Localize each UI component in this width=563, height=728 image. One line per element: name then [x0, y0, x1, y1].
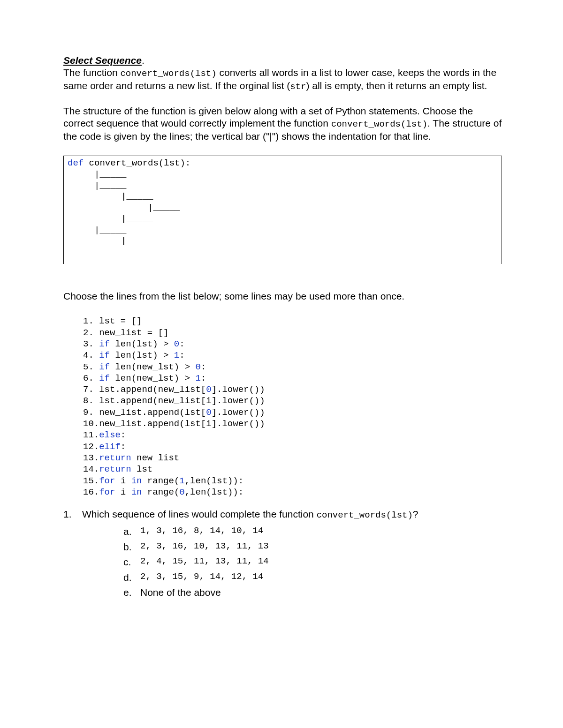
intro-paragraph-1: The function convert_words(lst) converts…	[63, 67, 502, 93]
answer-choices: a.1, 3, 16, 8, 14, 10, 14b.2, 3, 16, 10,…	[123, 524, 502, 600]
intro-paragraph-2: The structure of the function is given b…	[63, 105, 502, 143]
section-heading-para: Select Sequence.	[63, 54, 502, 67]
answer-choice: d.2, 3, 15, 9, 14, 12, 14	[123, 570, 502, 585]
statement-item: 10.new_list.append(lst[i].lower())	[83, 418, 502, 429]
heading-period: .	[142, 55, 145, 66]
statement-item: 16.for i in range(0,len(lst)):	[83, 487, 502, 498]
answer-text: 1, 3, 16, 8, 14, 10, 14	[140, 524, 263, 540]
statement-item: 9. new_list.append(lst[0].lower())	[83, 407, 502, 418]
answer-text: 2, 3, 16, 10, 13, 11, 13	[140, 540, 269, 555]
structure-line: |_____	[68, 169, 126, 180]
document-page: Select Sequence. The function convert_wo…	[0, 0, 563, 728]
statement-item: 4. if len(lst) > 1:	[83, 350, 502, 361]
question-code: convert_words(lst)	[317, 510, 413, 520]
structure-line: |_____	[68, 191, 153, 202]
structure-line: |_____	[68, 214, 153, 224]
function-structure-box: def convert_words(lst): |_____ |_____ |_…	[63, 156, 502, 264]
intro-1-code-b: str	[290, 82, 306, 92]
answer-text: 2, 4, 15, 11, 13, 11, 14	[140, 555, 269, 570]
statement-item: 8. lst.append(new_list[i].lower())	[83, 395, 502, 406]
answer-letter: c.	[123, 555, 140, 570]
answer-choice: b.2, 3, 16, 10, 13, 11, 13	[123, 540, 502, 555]
answer-letter: a.	[123, 524, 140, 540]
answer-choice: c.2, 4, 15, 11, 13, 11, 14	[123, 555, 502, 570]
statement-item: 14.return lst	[83, 464, 502, 475]
statement-item: 3. if len(lst) > 0:	[83, 338, 502, 350]
statement-item: 7. lst.append(new_list[0].lower())	[83, 384, 502, 395]
statement-item: 13.return new_list	[83, 452, 502, 464]
intro-1-text-a: The function	[63, 67, 120, 78]
answer-letter: b.	[123, 540, 140, 555]
statement-item: 2. new_list = []	[83, 327, 502, 338]
answer-text: 2, 3, 15, 9, 14, 12, 14	[140, 570, 263, 585]
statement-item: 5. if len(new_lst) > 0:	[83, 361, 502, 373]
section-heading: Select Sequence	[63, 55, 142, 66]
statement-item: 1. lst = []	[83, 315, 502, 327]
answer-choice: e.None of the above	[123, 585, 502, 600]
intro-1-code-a: convert_words(lst)	[120, 68, 216, 79]
question-text-post: ?	[413, 509, 418, 519]
choose-lines-prompt: Choose the lines from the list below; so…	[63, 290, 502, 302]
structure-line: |_____	[68, 236, 153, 246]
code-keyword-def: def	[68, 158, 84, 168]
answer-letter: d.	[123, 570, 140, 585]
structure-line: |_____	[68, 203, 180, 213]
statement-item: 6. if len(new_lst) > 1:	[83, 373, 502, 384]
code-signature: convert_words(lst):	[84, 158, 190, 168]
statement-item: 15.for i in range(1,len(lst)):	[83, 475, 502, 487]
intro-2-code-a: convert_words(lst)	[331, 119, 427, 129]
structure-line: |_____	[68, 180, 126, 191]
question-text-pre: Which sequence of lines would complete t…	[82, 509, 317, 519]
structure-line: |_____	[68, 225, 126, 235]
question-text: Which sequence of lines would complete t…	[82, 508, 418, 521]
statement-list: 1. lst = []2. new_list = []3. if len(lst…	[83, 315, 502, 498]
question-1: 1. Which sequence of lines would complet…	[63, 508, 502, 521]
answer-letter: e.	[123, 585, 140, 600]
answer-text: None of the above	[140, 585, 221, 600]
answer-choice: a.1, 3, 16, 8, 14, 10, 14	[123, 524, 502, 540]
statement-item: 12.elif:	[83, 441, 502, 452]
question-number: 1.	[63, 508, 82, 521]
statement-item: 11.else:	[83, 429, 502, 441]
intro-1-text-c: ) all is empty, then it returns an empty…	[306, 80, 487, 91]
